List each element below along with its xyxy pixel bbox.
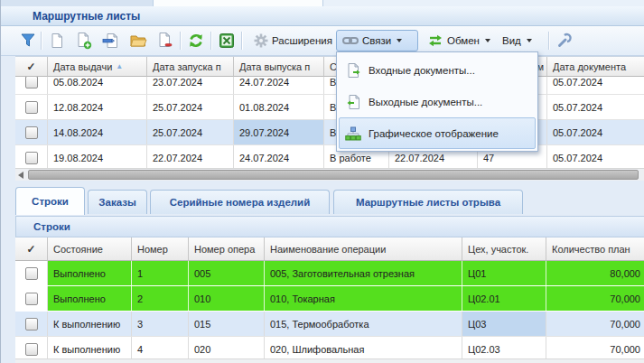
column-header-op-name[interactable]: Наименование операции <box>265 237 462 261</box>
cell-state[interactable]: К выполнению <box>48 312 132 336</box>
menu-item-input-documents[interactable]: Входные документы... <box>339 54 536 86</box>
table-row-selected[interactable]: 14.08.2024 25.07.2024 29.07.2024 В работ… <box>15 120 644 145</box>
table-row[interactable]: 12.08.2024 25.07.2024 01.08.2024 В работ… <box>15 95 644 120</box>
row-checkbox-cell[interactable] <box>15 145 48 170</box>
cell-doc-date[interactable]: 05.07.2024 <box>547 120 644 144</box>
cell-op-number[interactable]: 020 <box>189 337 265 361</box>
column-header-release-date[interactable]: Дата выпуска п <box>234 57 324 77</box>
cell-launch-date[interactable]: 25.07.2024 <box>147 95 234 119</box>
cell-number[interactable]: 2 <box>132 286 189 311</box>
column-header-doc-date[interactable]: Дата документа <box>547 57 644 77</box>
column-header-issue-date[interactable]: Дата выдачи ▲ <box>48 57 147 77</box>
column-header-launch-date[interactable]: Дата запуска п <box>147 57 234 77</box>
column-header-state[interactable]: Состояние <box>48 237 132 261</box>
links-button[interactable]: Связи <box>336 30 418 51</box>
checkbox[interactable] <box>25 126 38 139</box>
cell-op-name[interactable]: 020, Шлифовальная <box>265 337 462 361</box>
cell-workshop[interactable]: Ц01 <box>462 261 546 285</box>
scroll-left-icon[interactable] <box>18 172 23 179</box>
copy-document-icon[interactable] <box>73 31 95 51</box>
checkbox[interactable] <box>25 343 38 356</box>
check-column-header[interactable]: ✓ <box>15 237 48 261</box>
cell-number[interactable]: 4 <box>132 337 189 361</box>
cell-state[interactable]: К выполнению <box>48 337 132 361</box>
row-checkbox-cell[interactable] <box>15 312 48 336</box>
edit-document-icon[interactable] <box>100 31 122 51</box>
menu-item-graphic-view[interactable]: Графическое отображение <box>339 117 536 149</box>
open-folder-icon[interactable] <box>127 31 149 51</box>
column-header-quantity[interactable]: Количество план <box>546 237 644 261</box>
cell-op-name[interactable]: 005, Заготовительная отрезная <box>265 261 462 285</box>
scrollbar-thumb[interactable] <box>28 170 639 180</box>
view-button[interactable]: Вид <box>497 30 537 51</box>
cell-issue-date[interactable]: 14.08.2024 <box>48 120 147 144</box>
tab-orders[interactable]: Заказы <box>88 190 147 214</box>
cell-quantity[interactable]: 70,000 <box>546 286 644 311</box>
row-checkbox-cell[interactable] <box>15 95 48 119</box>
table-row[interactable]: 05.08.2024 23.07.2024 24.07.2024 В работ… <box>15 77 644 95</box>
column-header-number[interactable]: Номер <box>132 237 189 261</box>
filter-icon[interactable] <box>17 31 39 51</box>
cell-workshop[interactable]: Ц02.03 <box>462 337 546 361</box>
cell-launch-date[interactable]: 23.07.2024 <box>147 77 234 94</box>
cell-launch-date[interactable]: 25.07.2024 <box>147 120 234 144</box>
cell-workshop-active[interactable]: Ц03 <box>462 312 546 336</box>
cell-state[interactable]: Выполнено <box>48 286 132 311</box>
cell-number[interactable]: 1 <box>132 261 189 285</box>
extensions-button[interactable]: Расширения <box>248 30 349 51</box>
checkbox[interactable] <box>25 267 38 280</box>
cell-op-number[interactable]: 005 <box>189 261 265 285</box>
checkbox[interactable] <box>25 293 38 305</box>
tab-tear-off-sheets[interactable]: Маршрутные листы отрыва <box>333 190 523 214</box>
checkbox[interactable] <box>25 77 38 88</box>
settings-wrench-icon[interactable] <box>554 31 575 51</box>
cell-doc-date[interactable]: 05.07.2024 <box>547 95 644 119</box>
column-header-op-number[interactable]: Номер опера <box>189 237 265 261</box>
cell-state[interactable]: Выполнено <box>48 261 132 285</box>
cell-number[interactable]: 3 <box>132 312 189 336</box>
window-top-tab <box>153 0 323 6</box>
row-checkbox-cell[interactable] <box>15 337 48 361</box>
cell-doc-date[interactable]: 05.07.2024 <box>547 145 644 170</box>
table-row-selected[interactable]: К выполнению 3 015 015, Термообработка Ц… <box>15 312 644 337</box>
cell-workshop[interactable]: Ц02.01 <box>462 286 546 311</box>
tab-lines[interactable]: Строки <box>15 187 85 215</box>
cell-op-name[interactable]: 010, Токарная <box>265 286 462 311</box>
cell-op-number[interactable]: 010 <box>189 286 265 311</box>
cell-op-number[interactable]: 015 <box>189 312 265 336</box>
cell-doc-date[interactable]: 05.07.2024 <box>547 77 644 94</box>
create-document-icon[interactable] <box>46 31 68 51</box>
cell-quantity[interactable]: 80,000 <box>546 261 644 285</box>
refresh-icon[interactable] <box>185 31 207 51</box>
table-row-done[interactable]: Выполнено 1 005 005, Заготовительная отр… <box>15 261 644 286</box>
checkbox[interactable] <box>25 152 38 164</box>
cell-quantity[interactable]: 70,000 <box>546 312 644 336</box>
chain-link-icon <box>342 34 359 47</box>
cell-release-date[interactable]: 24.07.2024 <box>234 145 324 170</box>
cell-launch-date[interactable]: 22.07.2024 <box>147 145 234 170</box>
checkbox[interactable] <box>25 101 38 114</box>
cell-issue-date[interactable]: 05.08.2024 <box>48 77 147 94</box>
excel-export-icon[interactable] <box>216 31 238 51</box>
table-row[interactable]: 19.08.2024 22.07.2024 24.07.2024 В работ… <box>15 145 644 171</box>
row-checkbox-cell[interactable] <box>15 77 48 94</box>
menu-item-output-documents[interactable]: Выходные документы... <box>339 86 536 117</box>
cell-release-date-active[interactable]: 29.07.2024 <box>234 120 324 144</box>
row-checkbox-cell[interactable] <box>15 120 48 144</box>
row-checkbox-cell[interactable] <box>15 261 48 285</box>
cell-release-date[interactable]: 01.08.2024 <box>234 95 324 119</box>
cell-issue-date[interactable]: 19.08.2024 <box>48 145 147 170</box>
delete-document-icon[interactable] <box>154 31 176 51</box>
cell-issue-date[interactable]: 12.08.2024 <box>48 95 147 119</box>
checkbox[interactable] <box>25 318 38 330</box>
tab-serial-numbers[interactable]: Серийные номера изделий <box>150 190 330 214</box>
cell-release-date[interactable]: 24.07.2024 <box>234 77 324 94</box>
cell-op-name[interactable]: 015, Термообработка <box>265 312 462 336</box>
exchange-button[interactable]: Обмен <box>422 30 496 51</box>
row-checkbox-cell[interactable] <box>15 286 48 311</box>
check-column-header[interactable]: ✓ <box>15 57 48 77</box>
horizontal-scrollbar[interactable] <box>15 168 644 181</box>
cell-quantity[interactable]: 70,000 <box>546 337 644 361</box>
column-header-workshop[interactable]: Цех, участок. <box>462 237 546 261</box>
table-row-done[interactable]: Выполнено 2 010 010, Токарная Ц02.01 70,… <box>15 286 644 312</box>
